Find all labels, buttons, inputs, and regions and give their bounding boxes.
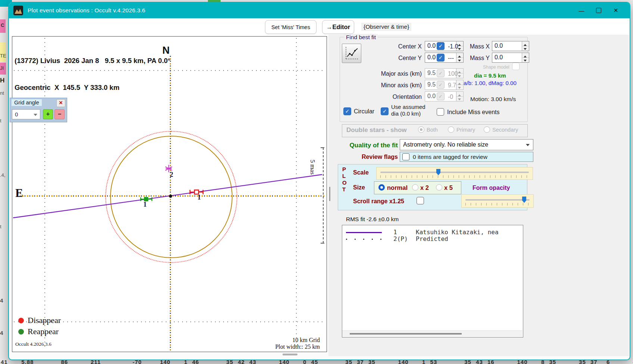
legend-disappear: Disappear	[18, 316, 61, 325]
spin-down-icon	[456, 97, 463, 101]
observation-name[interactable]: Predicted	[416, 235, 448, 242]
plot-width-label: Plot width:: 25 km	[221, 343, 320, 350]
app-icon	[13, 6, 23, 15]
mass-x-value[interactable]: 0.0	[492, 41, 522, 51]
list-horizontal-scrollbar[interactable]	[342, 330, 522, 337]
grid-angle-select[interactable]: 0	[12, 109, 40, 119]
circular-checkbox[interactable]: ✓	[343, 107, 351, 115]
occult-plot-window: Plot event observations : Occult v.4.202…	[8, 2, 630, 360]
grid-angle-panel[interactable]: Grid angle ✕ 0 + −	[10, 98, 67, 122]
plot-letter: P	[342, 166, 346, 173]
size-x2-radio[interactable]	[412, 184, 418, 191]
spinner-arrows[interactable]	[522, 53, 529, 62]
maximize-icon	[596, 8, 601, 13]
titlebar[interactable]: Plot event observations : Occult v.4.202…	[9, 3, 630, 18]
screen: C TE JI H nt t .4, t 4 4 41 5.88 86 211 …	[0, 0, 633, 364]
observation-name[interactable]: Katsuhiko Kitazaki, nea	[416, 229, 499, 236]
orientation-checkbox: ✓	[437, 92, 445, 100]
predicted-star-label: 2	[170, 171, 173, 179]
scrollbar-thumb[interactable]	[350, 333, 462, 335]
spin-up-icon[interactable]	[522, 53, 529, 58]
plot-letter: L	[342, 173, 346, 179]
bg-frag-text: 4	[0, 297, 3, 304]
orientation-label: Orientation	[362, 94, 422, 100]
scroll-range-checkbox[interactable]	[417, 197, 424, 204]
scale-slider-track[interactable]	[380, 172, 529, 173]
scroll-fragment[interactable]	[283, 354, 297, 355]
use-assumed-line2: dia (0.0 km)	[391, 110, 425, 117]
size-x5-radio[interactable]	[436, 184, 442, 191]
grid-angle-plus-button[interactable]: +	[43, 109, 53, 119]
observation-number[interactable]: 1	[393, 229, 397, 236]
spin-up-icon[interactable]	[456, 53, 463, 58]
scale-bracket-cap-bottom	[321, 243, 324, 244]
include-miss-label: Include Miss events	[447, 109, 500, 116]
double-stars-primary-label: Primary	[456, 127, 475, 133]
diameter-label: dia = 9.5 km	[474, 72, 506, 79]
center-x-checkbox[interactable]: ✓	[437, 42, 445, 50]
spin-down-icon[interactable]	[456, 58, 463, 62]
include-miss-checkbox[interactable]	[437, 108, 444, 116]
plot-area[interactable]: (13772) Livius 2026 Jan 8 9.5 x 9.5 km, …	[12, 36, 327, 352]
panel-splitter[interactable]	[329, 187, 330, 201]
size-x2-label: x 2	[420, 184, 429, 191]
plot-letter: T	[342, 186, 346, 193]
editor-button[interactable]: →Editor	[322, 20, 354, 34]
legend-label: Reappear	[28, 327, 59, 336]
scale-slider-thumb[interactable]	[436, 169, 440, 175]
mass-y-spinner[interactable]: 0.0	[492, 53, 529, 63]
opacity-slider[interactable]	[461, 194, 534, 208]
plot-scale-info: 10 km Grid Plot width:: 25 km	[221, 337, 320, 350]
grid-angle-close-icon[interactable]: ✕	[56, 99, 65, 107]
review-flags-text: 0 items are tagged for review	[413, 154, 487, 160]
bg-frag-text: t	[0, 224, 1, 229]
spin-down-icon[interactable]	[522, 46, 529, 51]
spinner-arrows[interactable]	[456, 53, 463, 62]
close-button[interactable]: ✕	[607, 3, 624, 18]
minor-axis-checkbox: ✓	[437, 81, 445, 89]
use-assumed-line1: Use assumed	[391, 104, 425, 110]
observation-number[interactable]: 2(P)	[393, 235, 408, 242]
rms-fit-label: RMS fit -2.6 ±0.0 km	[346, 216, 399, 223]
use-assumed-checkbox[interactable]: ✓	[381, 107, 389, 115]
plot-canvas	[12, 37, 327, 352]
scale-label: Scale	[353, 169, 369, 176]
size-normal-radio[interactable]	[378, 184, 385, 191]
legend-label: Disappear	[28, 316, 61, 325]
maximize-button[interactable]	[590, 3, 607, 18]
spin-down-icon[interactable]	[522, 58, 529, 62]
center-x-label: Center X	[369, 43, 422, 50]
scale-slider[interactable]	[376, 167, 533, 180]
center-y-checkbox[interactable]: ✓	[437, 54, 445, 62]
opacity-slider-thumb[interactable]	[522, 197, 526, 203]
legend-reappear: Reappear	[18, 327, 59, 336]
review-flags-checkbox[interactable]	[402, 153, 409, 160]
spinner-arrows[interactable]	[522, 41, 529, 51]
grid-angle-minus-button[interactable]: −	[54, 109, 65, 119]
bg-frag-text: 4	[0, 330, 3, 336]
center-y-label: Center Y	[369, 55, 422, 62]
scroll-range-label: Scroll range x1.25	[353, 198, 404, 205]
opacity-slider-track[interactable]	[465, 199, 530, 201]
chevron-down-icon	[34, 114, 37, 118]
shape-model-checkbox[interactable]	[512, 63, 520, 70]
orientation-flag: -0	[448, 94, 453, 100]
minimize-button[interactable]: —	[573, 3, 590, 18]
bg-frag-text: H	[0, 77, 4, 84]
spinner-arrows	[456, 92, 463, 101]
mass-y-value[interactable]: 0.0	[492, 53, 522, 62]
spin-up-icon[interactable]	[522, 41, 529, 46]
size-label: Size	[353, 184, 365, 191]
fit-chart-button[interactable]	[342, 44, 361, 63]
reappear-dot-icon	[18, 329, 24, 335]
shape-model-label: Shape model	[483, 65, 509, 70]
grid-angle-value: 0	[15, 111, 18, 117]
review-flags-label: Review flags	[334, 154, 398, 160]
scale-bar-label: 5 mas	[309, 160, 316, 230]
circular-label: Circular	[354, 108, 374, 115]
quality-dropdown[interactable]: Astrometry only. No reliable size	[400, 139, 533, 150]
grid-size-label: 10 km Grid	[221, 337, 320, 343]
mass-x-spinner[interactable]: 0.0	[492, 41, 529, 51]
set-miss-times-button[interactable]: Set 'Miss' Times	[265, 20, 316, 34]
axis-ratio-label: a/b: 1.00, dMag: 0.00	[464, 80, 517, 86]
